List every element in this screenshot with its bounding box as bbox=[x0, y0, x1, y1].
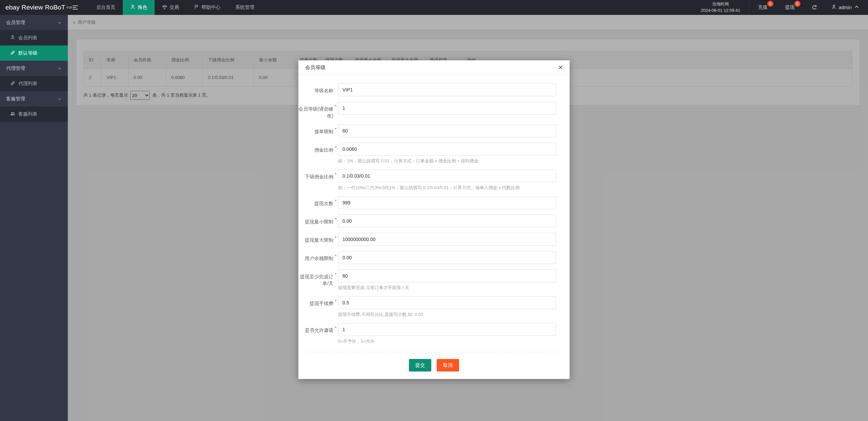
sidebar-item-service-list[interactable]: 客服列表 bbox=[0, 106, 68, 122]
field-label: 是否允许邀请 bbox=[298, 323, 333, 344]
person-icon bbox=[10, 35, 15, 41]
username: admin bbox=[839, 5, 852, 10]
nav-dashboard[interactable]: 后台首页 bbox=[89, 0, 123, 15]
nav-help-center[interactable]: 帮助中心 bbox=[186, 0, 228, 15]
top-nav: 后台首页 角色 交易 帮助中心 系统管理 bbox=[89, 0, 262, 15]
sub-commission-ratio-input[interactable] bbox=[338, 169, 556, 182]
field-help: 如：一代10%/二代3%/3代1%，那么就填写 0.1/0.03/0.01；计算… bbox=[338, 185, 556, 191]
level-name-input[interactable] bbox=[338, 83, 556, 96]
required-asterisk: * bbox=[333, 102, 338, 119]
withdraw-link[interactable]: 提现 0 bbox=[776, 4, 804, 11]
nav-system[interactable]: 系统管理 bbox=[228, 0, 262, 15]
form-field-withdraw-min: 提现最小限制 * bbox=[298, 215, 570, 227]
form-field-sub-commission-ratio: 下级佣金比例 * 如：一代10%/二代3%/3代1%，那么就填写 0.1/0.0… bbox=[298, 169, 570, 191]
field-label: 提现至少完成订单/天 bbox=[298, 269, 333, 291]
required-asterisk: * bbox=[333, 269, 338, 291]
required-asterisk: * bbox=[333, 323, 338, 344]
withdraw-badge: 0 bbox=[794, 1, 801, 7]
required-asterisk: * bbox=[333, 169, 338, 191]
form-field-member-level: 会员等级(请勿修改) * bbox=[298, 102, 570, 119]
sidebar-item-agent-list[interactable]: 代理列表 bbox=[0, 76, 68, 91]
withdraw-min-input[interactable] bbox=[338, 215, 556, 227]
refresh-icon[interactable] bbox=[804, 5, 825, 10]
link-icon bbox=[10, 81, 15, 87]
users-icon bbox=[10, 111, 15, 117]
recharge-badge: 0 bbox=[767, 1, 773, 7]
local-time: 当地时间 2024-06-01 12:09:41 bbox=[692, 1, 749, 14]
required-asterisk: * bbox=[333, 215, 338, 227]
field-label: 等级名称 bbox=[298, 83, 333, 96]
field-label: 接单限制 bbox=[298, 124, 333, 137]
member-level-input[interactable] bbox=[338, 102, 556, 115]
field-label: 提现最小限制 bbox=[298, 215, 333, 227]
balance-limit-input[interactable] bbox=[338, 251, 556, 264]
field-help: 0=不予许，1=允许 bbox=[338, 338, 556, 344]
sidebar-group-service-mgmt[interactable]: 客服管理 bbox=[0, 91, 68, 106]
chevron-down-icon bbox=[58, 97, 62, 101]
submit-button[interactable]: 提交 bbox=[409, 359, 431, 372]
link-icon bbox=[10, 50, 15, 56]
modal-footer: 提交 取消 bbox=[305, 352, 563, 379]
sidebar-item-member-list[interactable]: 会员列表 bbox=[0, 30, 68, 45]
required-asterisk: * bbox=[333, 143, 338, 164]
form-field-withdraw-max: 提现最大限制 * bbox=[298, 233, 570, 246]
sidebar-item-default-level[interactable]: 默认等级 bbox=[0, 45, 68, 61]
form-field-order-limit: 接单限制 * bbox=[298, 124, 570, 137]
app-logo: ebay Review RoBoT V18 bbox=[0, 0, 68, 15]
scales-icon bbox=[162, 4, 167, 11]
form-field-withdraw-count: 提现次数 * bbox=[298, 196, 570, 209]
allow-invite-input[interactable] bbox=[338, 323, 556, 336]
nav-roles[interactable]: 角色 bbox=[123, 0, 155, 15]
chevron-down-icon bbox=[58, 21, 62, 25]
form-field-withdraw-fee: 提现手续费 * 提现手续费,不用百分比,直接写小数,如: 0.01 bbox=[298, 296, 570, 318]
flag-icon bbox=[194, 4, 199, 11]
form-field-min-orders-per-day: 提现至少完成订单/天 * 提现需要完成 几笔订单才开提现 / 天 bbox=[298, 269, 570, 291]
required-asterisk: * bbox=[333, 296, 338, 318]
field-label: 提现最大限制 bbox=[298, 233, 333, 246]
cancel-button[interactable]: 取消 bbox=[437, 359, 459, 372]
sidebar-group-agent-mgmt[interactable]: 代理管理 bbox=[0, 61, 68, 76]
field-label: 用户余额限制 bbox=[298, 251, 333, 264]
field-label: 佣金比例 bbox=[298, 143, 333, 164]
field-label: 提现次数 bbox=[298, 196, 333, 209]
modal-body: 等级名称 会员等级(请勿修改) * 接单限制 * 佣金比例 * 如：1%，那么就… bbox=[298, 75, 570, 350]
member-level-modal: 会员等级 × 等级名称 会员等级(请勿修改) * 接单限制 * 佣金比例 * bbox=[298, 60, 570, 379]
min-orders-per-day-input[interactable] bbox=[338, 269, 556, 282]
sidebar: 会员管理 会员列表 默认等级 代理管理 代理列表 客服管理 客服列表 bbox=[0, 15, 68, 421]
field-help: 提现手续费,不用百分比,直接写小数,如: 0.01 bbox=[338, 312, 556, 318]
sidebar-toggle-icon[interactable] bbox=[68, 0, 83, 15]
close-icon[interactable]: × bbox=[558, 64, 563, 72]
withdraw-fee-input[interactable] bbox=[338, 296, 556, 309]
field-label: 会员等级(请勿修改) bbox=[298, 102, 333, 119]
field-label: 下级佣金比例 bbox=[298, 169, 333, 191]
form-field-balance-limit: 用户余额限制 * bbox=[298, 251, 570, 264]
form-field-commission-ratio: 佣金比例 * 如：1%，那么就填写 0.01，计算方式：订单金额 x 佣金比例 … bbox=[298, 143, 570, 164]
person-icon bbox=[130, 4, 135, 11]
required-asterisk bbox=[333, 83, 338, 96]
chevron-up-icon bbox=[854, 4, 859, 11]
user-menu[interactable]: admin bbox=[825, 4, 862, 11]
withdraw-count-input[interactable] bbox=[338, 196, 556, 209]
required-asterisk: * bbox=[333, 233, 338, 246]
sidebar-group-member-mgmt[interactable]: 会员管理 bbox=[0, 15, 68, 30]
withdraw-max-input[interactable] bbox=[338, 233, 556, 246]
app-logo-text: ebay Review RoBoT bbox=[5, 4, 65, 11]
order-limit-input[interactable] bbox=[338, 124, 556, 137]
required-asterisk: * bbox=[333, 251, 338, 264]
local-time-label: 当地时间 bbox=[701, 1, 740, 7]
required-asterisk: * bbox=[333, 124, 338, 137]
chevron-down-icon bbox=[58, 66, 62, 71]
field-help: 提现需要完成 几笔订单才开提现 / 天 bbox=[338, 285, 556, 291]
user-icon bbox=[831, 4, 836, 11]
form-field-allow-invite: 是否允许邀请 * 0=不予许，1=允许 bbox=[298, 323, 570, 344]
recharge-link[interactable]: 充值 0 bbox=[749, 4, 776, 11]
required-asterisk: * bbox=[333, 196, 338, 209]
modal-header: 会员等级 × bbox=[298, 60, 570, 75]
field-label: 提现手续费 bbox=[298, 296, 333, 318]
form-field-level-name: 等级名称 bbox=[298, 83, 570, 96]
nav-trade[interactable]: 交易 bbox=[155, 0, 186, 15]
commission-ratio-input[interactable] bbox=[338, 143, 556, 156]
topbar: ebay Review RoBoT V18 后台首页 角色 交易 帮助中心 系统… bbox=[0, 0, 868, 15]
local-time-value: 2024-06-01 12:09:41 bbox=[701, 7, 740, 14]
topbar-right: 当地时间 2024-06-01 12:09:41 充值 0 提现 0 admin bbox=[692, 0, 868, 15]
